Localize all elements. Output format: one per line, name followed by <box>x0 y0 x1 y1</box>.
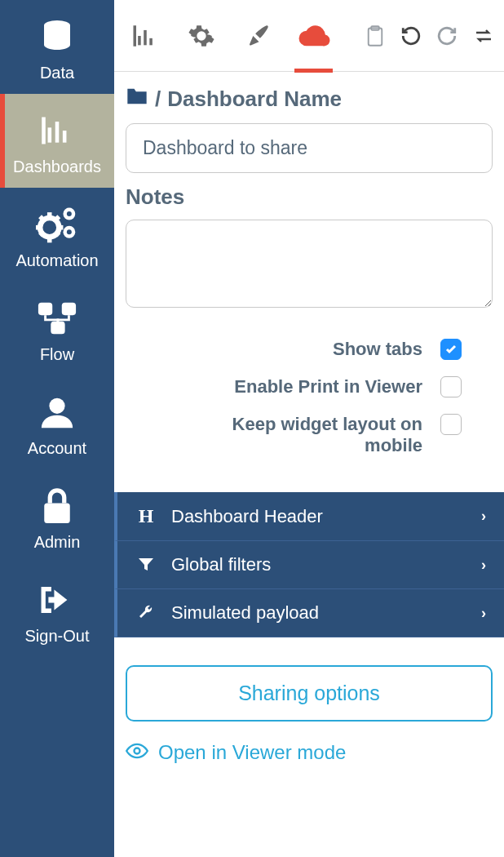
option-label: Show tabs <box>333 339 422 360</box>
swap-icon[interactable] <box>473 24 494 48</box>
svg-point-22 <box>135 748 140 754</box>
tab-cloud[interactable] <box>293 0 334 72</box>
svg-rect-2 <box>47 212 52 217</box>
breadcrumb-title: Dashboard Name <box>167 87 342 112</box>
svg-rect-16 <box>51 322 64 334</box>
main-panel: / Dashboard Name Notes Show tabs Enable … <box>114 0 504 857</box>
notes-label: Notes <box>126 184 493 210</box>
cloud-panel: / Dashboard Name Notes Show tabs Enable … <box>114 72 504 473</box>
redo-icon[interactable] <box>436 24 458 48</box>
sharing-options-button[interactable]: Sharing options <box>126 665 493 722</box>
checkbox-enable-print[interactable] <box>440 376 462 397</box>
breadcrumb: / Dashboard Name <box>126 87 493 112</box>
sidebar-item-label: Admin <box>34 533 81 552</box>
viewer-link-text: Open in Viewer mode <box>158 741 346 764</box>
checkbox-keep-layout[interactable] <box>440 414 462 435</box>
lock-icon <box>33 484 82 528</box>
sidebar-item-flow[interactable]: Flow <box>0 282 114 375</box>
gears-icon <box>33 202 82 246</box>
svg-point-17 <box>49 398 64 414</box>
user-icon <box>33 390 82 434</box>
sidebar-item-account[interactable]: Account <box>0 375 114 469</box>
option-keep-layout: Keep widget layout on mobile <box>126 414 493 456</box>
sidebar-item-automation[interactable]: Automation <box>0 188 114 282</box>
tab-chart[interactable] <box>124 0 166 72</box>
svg-rect-18 <box>44 504 70 524</box>
sidebar-item-label: Automation <box>15 251 98 270</box>
svg-point-13 <box>67 229 72 234</box>
sidebar-item-label: Flow <box>40 345 74 364</box>
sidebar-item-data[interactable]: Data <box>0 0 114 94</box>
bar-chart-icon <box>33 109 82 153</box>
sidebar-item-signout[interactable]: Sign-Out <box>0 563 114 657</box>
notes-textarea[interactable] <box>126 220 493 308</box>
undo-icon[interactable] <box>400 24 422 48</box>
eye-icon <box>126 741 148 764</box>
accordion: H Dashboard Header › Global filters › Si… <box>114 492 504 637</box>
svg-rect-3 <box>47 238 52 243</box>
option-show-tabs: Show tabs <box>126 339 493 360</box>
svg-point-1 <box>45 223 55 233</box>
header-icon: H <box>135 505 157 527</box>
accordion-label: Dashboard Header <box>171 506 466 527</box>
svg-rect-15 <box>62 303 76 315</box>
chevron-right-icon: › <box>481 605 486 622</box>
option-label: Enable Print in Viewer <box>234 376 422 397</box>
sidebar-item-label: Account <box>28 439 86 458</box>
signout-icon <box>33 578 82 622</box>
sidebar-item-admin[interactable]: Admin <box>0 469 114 563</box>
option-enable-print: Enable Print in Viewer <box>126 376 493 397</box>
accordion-label: Simulated payload <box>171 602 466 624</box>
breadcrumb-sep: / <box>155 87 161 112</box>
dashboard-name-input[interactable] <box>126 123 493 173</box>
svg-rect-4 <box>36 225 41 230</box>
sidebar-item-label: Sign-Out <box>25 627 90 646</box>
toolbar <box>114 0 504 72</box>
svg-rect-19 <box>48 597 60 602</box>
svg-rect-5 <box>59 225 64 230</box>
sidebar: Data Dashboards Automation Flow Account <box>0 0 114 857</box>
clipboard-icon[interactable] <box>364 24 385 48</box>
database-icon <box>33 15 82 59</box>
flow-icon <box>33 296 82 340</box>
accordion-label: Global filters <box>171 554 466 575</box>
accordion-global-filters[interactable]: Global filters › <box>114 541 504 589</box>
checkbox-show-tabs[interactable] <box>440 339 462 360</box>
svg-rect-14 <box>38 303 52 315</box>
sidebar-item-dashboards[interactable]: Dashboards <box>0 94 114 188</box>
chevron-right-icon: › <box>481 508 486 525</box>
wrench-icon <box>135 605 157 621</box>
filter-icon <box>135 557 157 573</box>
folder-icon[interactable] <box>126 87 148 112</box>
svg-point-11 <box>67 211 72 216</box>
accordion-dashboard-header[interactable]: H Dashboard Header › <box>114 492 504 541</box>
sidebar-item-label: Data <box>40 64 74 82</box>
sidebar-item-label: Dashboards <box>13 158 101 176</box>
open-viewer-link[interactable]: Open in Viewer mode <box>126 741 493 764</box>
tab-settings[interactable] <box>180 0 222 72</box>
option-label: Keep widget layout on mobile <box>178 414 422 456</box>
accordion-simulated-payload[interactable]: Simulated payload › <box>114 589 504 637</box>
tab-style[interactable] <box>237 0 278 72</box>
chevron-right-icon: › <box>481 557 486 574</box>
